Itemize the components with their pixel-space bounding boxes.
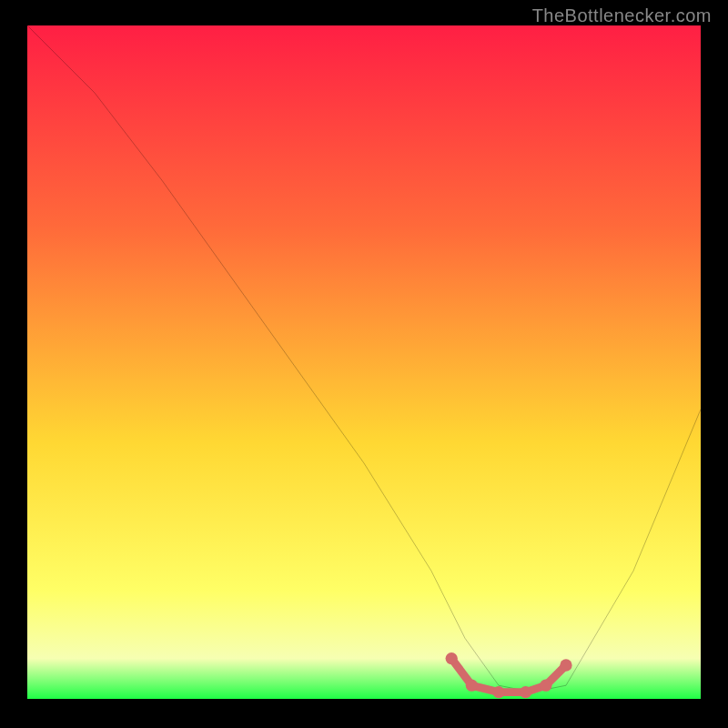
highlight-dot [560,659,571,671]
highlight-dot [540,680,551,692]
bottleneck-chart [27,25,701,699]
highlight-dot [520,686,531,698]
gradient-background [27,25,701,699]
highlight-dot [492,686,504,698]
chart-svg [27,25,701,699]
highlight-dot [446,652,458,664]
attribution-label: TheBottlenecker.com [532,5,712,26]
highlight-dot [466,680,478,692]
